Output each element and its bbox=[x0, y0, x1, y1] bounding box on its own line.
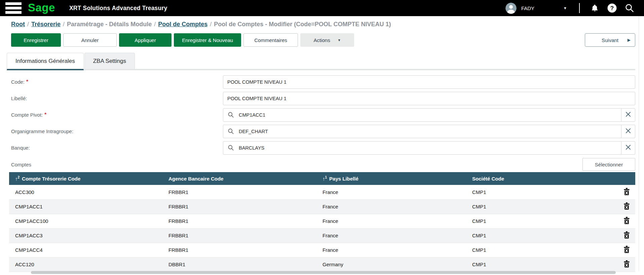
field-row-libelle: Libellé: bbox=[9, 90, 635, 107]
commentaires-button[interactable]: Commentaires bbox=[243, 33, 298, 47]
actions-button[interactable]: Actions▼ bbox=[300, 33, 354, 47]
column-societe-code[interactable]: Société Code bbox=[466, 172, 608, 185]
cell-pays-libelle: France bbox=[316, 185, 466, 199]
trash-icon bbox=[623, 220, 630, 225]
cell-societe-code: CMP1 bbox=[466, 228, 608, 243]
tab-informations-generales[interactable]: Informations Générales bbox=[7, 53, 84, 70]
horizontal-scrollbar-thumb[interactable] bbox=[31, 271, 616, 274]
compte-pivot-value: CMP1ACC1 bbox=[239, 112, 265, 118]
cell-compte-tresorerie-code: CMP1ACC1 bbox=[9, 199, 162, 214]
menu-icon[interactable] bbox=[5, 2, 22, 14]
top-app-bar: Sage XRT Solutions Advanced Treasury FAD… bbox=[0, 0, 644, 16]
delete-row-button[interactable] bbox=[623, 217, 630, 224]
commentaires-button-label: Commentaires bbox=[254, 37, 287, 43]
app-title: XRT Solutions Advanced Treasury bbox=[69, 5, 167, 12]
organigramme-intragroupe-value: DEF_CHART bbox=[239, 129, 268, 134]
topbar-right: FADY ▼ ? bbox=[505, 3, 644, 14]
tab-zba-settings[interactable]: ZBA Settings bbox=[84, 53, 135, 69]
compte-pivot-clear-button[interactable] bbox=[621, 108, 635, 122]
code-label: Code:* bbox=[9, 79, 223, 85]
banque-lookup-input[interactable]: BARCLAYS bbox=[223, 141, 621, 155]
code-input[interactable] bbox=[223, 75, 635, 89]
search-icon[interactable] bbox=[228, 112, 234, 118]
organigramme-intragroupe-lookup-input[interactable]: DEF_CHART bbox=[223, 125, 621, 138]
delete-row-button[interactable] bbox=[623, 202, 630, 210]
column-agence-bancaire-code[interactable]: Agence Bancaire Code bbox=[162, 172, 316, 185]
chevron-down-icon: ▼ bbox=[338, 38, 341, 42]
cell-actions bbox=[608, 199, 635, 214]
cell-compte-tresorerie-code: CMP1ACC100 bbox=[9, 214, 162, 228]
breadcrumb-separator: / bbox=[154, 21, 156, 28]
compte-pivot-lookup-input[interactable]: CMP1ACC1 bbox=[223, 108, 621, 122]
compte-pivot-lookup-field: CMP1ACC1 bbox=[223, 108, 635, 122]
compte-pivot-label-text: Compte Pivot: bbox=[11, 112, 43, 118]
cell-compte-tresorerie-code: ACC120 bbox=[9, 257, 162, 272]
breadcrumb-item-root[interactable]: Root bbox=[11, 21, 25, 28]
trash-icon bbox=[623, 191, 630, 196]
required-indicator: * bbox=[44, 111, 46, 117]
close-icon bbox=[625, 111, 631, 119]
next-button[interactable]: Suivant ▶ bbox=[585, 33, 635, 47]
bell-icon[interactable] bbox=[591, 4, 599, 12]
delete-row-button[interactable] bbox=[623, 246, 630, 253]
banque-clear-button[interactable] bbox=[621, 141, 635, 155]
enregistrer-nouveau-button[interactable]: Enregistrer & Nouveau bbox=[174, 33, 241, 47]
column-label: Pays Libellé bbox=[329, 176, 358, 182]
enregistrer-button-label: Enregistrer bbox=[24, 37, 48, 43]
appliquer-button-label: Appliquer bbox=[135, 37, 156, 43]
select-accounts-button[interactable]: Sélectionner bbox=[582, 158, 635, 171]
delete-row-button[interactable] bbox=[623, 231, 630, 239]
appliquer-button[interactable]: Appliquer bbox=[119, 33, 172, 47]
cell-pays-libelle: France bbox=[316, 228, 466, 243]
trash-icon bbox=[623, 206, 630, 211]
vertical-scrollbar-track bbox=[639, 16, 639, 271]
trash-icon bbox=[623, 264, 630, 269]
close-icon bbox=[625, 144, 631, 152]
table-header-row: ↑2Compte Trésorerie CodeAgence Bancaire … bbox=[9, 172, 635, 185]
cell-agence-bancaire-code: FRBBR1 bbox=[162, 214, 316, 228]
table-row: CMP1ACC3FRBBR1FranceCMP1 bbox=[9, 228, 635, 243]
annuler-button[interactable]: Annuler bbox=[63, 33, 117, 47]
chevron-down-icon[interactable]: ▼ bbox=[563, 6, 567, 10]
user-avatar[interactable] bbox=[505, 3, 517, 14]
user-name[interactable]: FADY bbox=[521, 5, 534, 11]
column-compte-tresorerie-code[interactable]: ↑2Compte Trésorerie Code bbox=[9, 172, 162, 185]
column-pays-libelle[interactable]: ↑1Pays Libellé bbox=[316, 172, 466, 185]
general-info-form: Code:*Libellé:Compte Pivot:*CMP1ACC1Orga… bbox=[9, 74, 635, 156]
delete-row-button[interactable] bbox=[623, 188, 630, 195]
help-icon[interactable]: ? bbox=[607, 3, 617, 13]
banque-control: BARCLAYS bbox=[223, 141, 635, 155]
banque-value: BARCLAYS bbox=[239, 145, 264, 151]
libelle-input[interactable] bbox=[223, 92, 635, 105]
search-icon[interactable] bbox=[228, 145, 234, 151]
cell-pays-libelle: France bbox=[316, 199, 466, 214]
svg-text:?: ? bbox=[610, 5, 614, 11]
search-icon[interactable] bbox=[624, 3, 635, 13]
enregistrer-button[interactable]: Enregistrer bbox=[11, 33, 61, 47]
trash-icon bbox=[623, 235, 630, 240]
banque-label-text: Banque: bbox=[11, 145, 30, 151]
cell-actions bbox=[608, 214, 635, 228]
breadcrumb-separator: / bbox=[27, 21, 29, 28]
main-content: Code:*Libellé:Compte Pivot:*CMP1ACC1Orga… bbox=[9, 74, 635, 272]
annuler-button-label: Annuler bbox=[81, 37, 99, 43]
field-row-code: Code:* bbox=[9, 74, 635, 90]
organigramme-intragroupe-lookup-field: DEF_CHART bbox=[223, 125, 635, 138]
delete-row-button[interactable] bbox=[623, 260, 630, 268]
breadcrumb-item-tresorerie[interactable]: Trésorerie bbox=[31, 21, 61, 28]
required-indicator: * bbox=[26, 78, 28, 84]
table-row: CMP1ACC1FRBBR1FranceCMP1 bbox=[9, 199, 635, 214]
next-button-label: Suivant bbox=[602, 37, 618, 43]
arrow-right-icon: ▶ bbox=[628, 38, 631, 42]
breadcrumb-item-pool-de-comptes[interactable]: Pool de Comptes bbox=[158, 21, 207, 28]
breadcrumb: Root/Trésorerie/Paramétrage - Détails Mo… bbox=[11, 21, 635, 28]
compte-pivot-control: CMP1ACC1 bbox=[223, 108, 635, 122]
cell-agence-bancaire-code: FRBBR1 bbox=[162, 228, 316, 243]
libelle-label: Libellé: bbox=[9, 95, 223, 101]
cell-societe-code: CMP1 bbox=[466, 185, 608, 199]
search-icon[interactable] bbox=[228, 128, 234, 134]
accounts-section-header: Comptes Sélectionner bbox=[9, 157, 635, 171]
organigramme-intragroupe-clear-button[interactable] bbox=[621, 125, 635, 138]
table-row: CMP1ACC4FRBBR1FranceCMP1 bbox=[9, 243, 635, 257]
compte-pivot-label: Compte Pivot:* bbox=[9, 112, 223, 118]
